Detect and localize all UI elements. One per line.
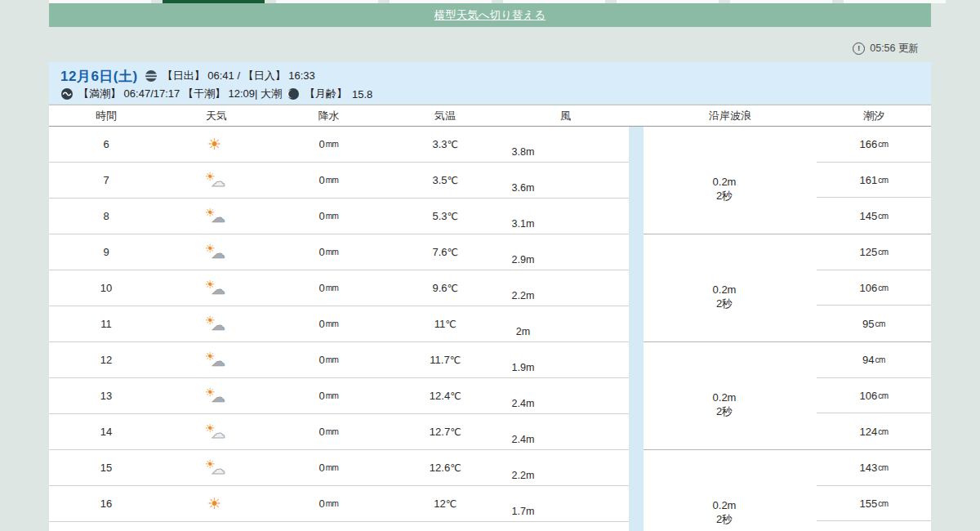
- wind-direction-arrow-icon: [515, 346, 531, 364]
- wave-height: 0.2m: [713, 391, 737, 404]
- table-row: 8☀☁0mm5.3℃3.1m: [49, 199, 629, 234]
- sun-cloud-icon: ☀☁: [205, 207, 228, 226]
- sun-cloud-icon: ☀☁: [205, 279, 228, 298]
- wave-direction-arrow-icon: [713, 370, 736, 393]
- sun-cloud-icon: ☀☁: [205, 315, 228, 334]
- precip-cell: 0mm: [270, 234, 388, 270]
- temp-cell: 5.3℃: [388, 199, 502, 234]
- weather-cell: ☀☁: [163, 234, 270, 270]
- precip-cell: 0mm: [270, 270, 388, 306]
- column-header: 気温: [388, 109, 502, 123]
- temp-value: 5.3: [432, 210, 447, 222]
- wind-speed: 3.6m: [512, 183, 535, 194]
- precip-value: 0: [319, 318, 325, 330]
- tide-cell: 94cm: [817, 342, 931, 378]
- wind-cell: 3.8m: [502, 127, 629, 162]
- wind-direction-arrow-icon: [514, 129, 532, 148]
- tide-cell: 125cm: [817, 234, 931, 270]
- tide-cell: 155cm: [817, 486, 931, 522]
- precip-cell: 0mm: [270, 414, 388, 449]
- table-row: 11☀☁0mm11℃2m: [49, 306, 629, 342]
- coastal-wave-cell: 0.2m2秒: [644, 234, 817, 341]
- temp-value: 11.7: [430, 354, 449, 366]
- precip-unit: mm: [326, 391, 339, 400]
- tide-cell: 166cm: [817, 127, 931, 163]
- tide-unit: cm: [878, 391, 888, 400]
- precip-unit: mm: [326, 355, 339, 364]
- time-cell: 11: [49, 306, 163, 341]
- cloud-glyph: ☁: [212, 209, 225, 225]
- coastal-wave-cell: 0.2m2秒: [644, 450, 817, 531]
- wave-period: 2秒: [716, 513, 733, 526]
- wind-speed: 1.9m: [512, 363, 535, 373]
- wind-cell: 2.2m: [502, 450, 629, 485]
- temp-value: 12.7: [430, 426, 450, 438]
- precip-value: 0: [319, 462, 325, 474]
- wave-period: 2秒: [716, 190, 733, 203]
- wind-direction-arrow-icon: [514, 417, 532, 436]
- table-row: [49, 522, 629, 531]
- precip-unit: mm: [326, 212, 339, 221]
- tide-value: 155: [859, 498, 877, 510]
- time-cell: 16: [49, 486, 163, 521]
- wind-direction-arrow-icon: [514, 165, 532, 184]
- updated-time-label: 05:56 更新: [870, 42, 919, 56]
- temp-cell: 3.5℃: [388, 163, 502, 198]
- wave-direction-arrow-icon: [716, 481, 733, 498]
- wind-speed: 2.4m: [512, 399, 535, 409]
- table-row: 7☀☁0mm3.5℃3.6m: [49, 163, 629, 199]
- table-row: 12☀☁0mm11.7℃1.9m: [49, 342, 629, 378]
- weather-cell: ☀☁: [163, 306, 270, 341]
- precip-value: 0: [319, 282, 325, 294]
- sun-cloud-icon: ☀☁: [205, 422, 228, 442]
- tide-value: 106: [859, 282, 877, 294]
- temp-unit: ℃: [448, 247, 458, 258]
- weather-cell: ☀☁: [163, 414, 270, 449]
- temp-unit: ℃: [446, 498, 457, 510]
- layout-switch-banner: 横型天気へ切り替える: [49, 3, 931, 27]
- sun-icon: ☀: [205, 494, 228, 514]
- temp-value: 9.6: [432, 282, 447, 294]
- column-gutter: [629, 127, 644, 531]
- temp-value: 3.5: [432, 174, 447, 186]
- wind-speed: 2.4m: [512, 435, 535, 445]
- wind-cell: 2.2m: [502, 270, 629, 306]
- temp-unit: ℃: [448, 283, 458, 294]
- time-cell: 9: [49, 234, 163, 270]
- wind-cell: 2.4m: [502, 378, 629, 413]
- wind-direction-arrow-icon: [515, 489, 530, 506]
- wind-indicator: 2.4m: [512, 382, 535, 409]
- column-header: 沿岸波浪: [644, 109, 817, 123]
- weather-cell: [163, 522, 270, 531]
- switch-to-horizontal-link[interactable]: 横型天気へ切り替える: [434, 8, 546, 23]
- sun-cloud-icon: ☀☁: [205, 458, 228, 478]
- coastal-wave-cell: 0.2m2秒: [644, 342, 817, 449]
- precip-unit: mm: [326, 319, 339, 328]
- sun-cloud-icon: ☀☁: [205, 243, 228, 262]
- tide-unit: cm: [878, 499, 888, 508]
- tide-subcolumn: 166cm161cm145cm: [817, 127, 931, 234]
- sun-glyph: ☀: [207, 494, 221, 512]
- wave-height: 0.2m: [713, 499, 737, 512]
- temp-cell: 12.4℃: [388, 378, 502, 413]
- wave-direction-arrow-icon: [713, 262, 736, 285]
- precip-cell: 0mm: [270, 127, 388, 162]
- tide-subcolumn: 143cm155cm: [817, 450, 931, 531]
- precip-cell: 0mm: [270, 378, 388, 413]
- precip-cell: [270, 522, 388, 531]
- precip-unit: mm: [326, 176, 339, 185]
- cloud-glyph: ☁: [212, 245, 225, 261]
- temp-unit: ℃: [450, 426, 461, 438]
- cloud-glyph: ☁: [212, 173, 225, 190]
- wind-speed: 2.2m: [512, 471, 535, 481]
- weather-cell: ☀☁: [163, 199, 270, 234]
- temp-cell: 12℃: [388, 486, 502, 521]
- table-row: 13☀☁0mm12.4℃2.4m: [49, 378, 629, 414]
- time-cell: 10: [49, 270, 163, 306]
- wind-cell: 1.9m: [502, 342, 629, 377]
- precip-cell: 0mm: [270, 450, 388, 485]
- wind-indicator: 1.7m: [512, 490, 535, 517]
- precip-cell: 0mm: [270, 163, 388, 198]
- precip-value: 0: [319, 498, 325, 510]
- precip-cell: 0mm: [270, 199, 388, 234]
